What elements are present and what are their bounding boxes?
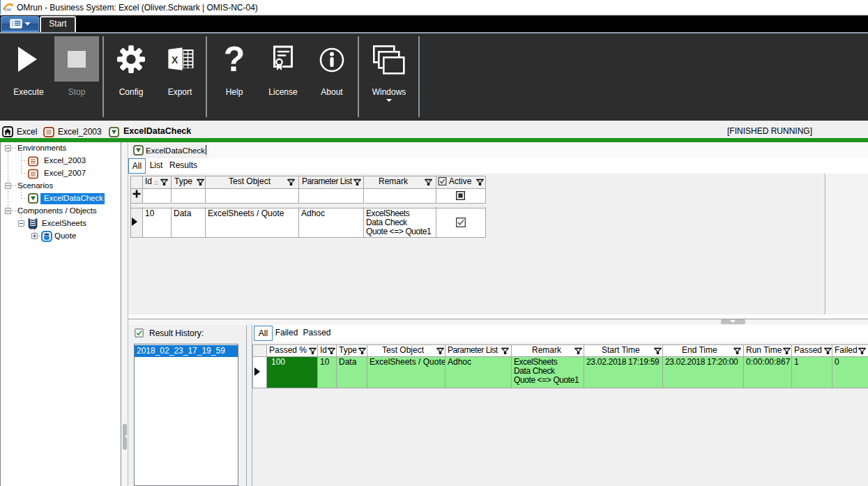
svg-text:X: X	[172, 54, 178, 66]
svg-text:OM: OM	[4, 8, 11, 12]
